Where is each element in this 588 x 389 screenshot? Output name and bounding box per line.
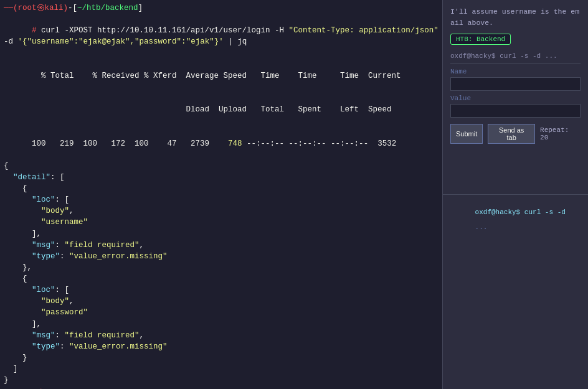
- json-arr-close-1: ]: [4, 363, 439, 375]
- right-cmd-hint: oxdf@hacky$ curl -s -d ...: [450, 52, 581, 60]
- json-type-2: "type": "value_error.missing": [4, 341, 439, 352]
- json-type-1: "type": "value_error.missing": [4, 251, 439, 262]
- json-body-2: "body",: [4, 296, 439, 307]
- json-msg-1: "msg": "field required",: [4, 240, 439, 251]
- prompt-line-1: ──(root㉿kali)-[~/htb/backend]: [4, 2, 439, 14]
- prompt-path-1: ~/htb/backend: [77, 2, 138, 14]
- repeat-label: Repeat: 20: [540, 126, 581, 141]
- json-loc-1: "loc": [: [4, 194, 439, 205]
- prompt-hash-1: #: [32, 26, 37, 35]
- htb-badge: HTB: Backend: [450, 34, 511, 45]
- right-top-section: I'll assume username is the email above.…: [443, 0, 588, 195]
- json-body-1: "body",: [4, 205, 439, 217]
- htb-badge-container: HTB: Backend: [450, 34, 581, 49]
- prompt-dashes-1: ──(: [4, 2, 18, 14]
- right-bottom-ellipsis: ...: [475, 223, 488, 231]
- stats-row-1: 100 219 100 172 100 47 2739 748 --:--:--…: [4, 126, 439, 160]
- json-obj-open-1: {: [4, 183, 439, 194]
- right-inputs: Name Value: [450, 68, 581, 121]
- json-password-1: "password": [4, 307, 439, 318]
- json-detail-1: "detail": [: [4, 172, 439, 183]
- label-name: Name: [450, 68, 581, 75]
- json-loc-close-2: ],: [4, 319, 439, 330]
- json-obj-close-1: },: [4, 262, 439, 273]
- right-buttons: Submit Send as tab Repeat: 20: [450, 124, 581, 144]
- submit-button[interactable]: Submit: [450, 124, 483, 144]
- json-close-1: }: [4, 375, 439, 386]
- right-bottom-section: oxdf@hacky$ curl -s -d ...: [443, 195, 588, 389]
- name-input[interactable]: [450, 77, 581, 91]
- json-obj-close-2: }: [4, 352, 439, 363]
- prompt-bracket-close-1: ]: [138, 2, 143, 14]
- json-loc-close-1: ],: [4, 228, 439, 240]
- send-as-tab-button[interactable]: Send as tab: [488, 124, 535, 144]
- json-username-1: "username": [4, 217, 439, 228]
- terminal-panel: ──(root㉿kali)-[~/htb/backend] # curl -XP…: [0, 0, 442, 389]
- prompt-bracket-1: -[: [68, 2, 77, 14]
- json-msg-2: "msg": "field required",: [4, 330, 439, 341]
- right-bottom-cmd: oxdf@hacky$ curl -s -d ...: [450, 201, 581, 238]
- json-loc-2: "loc": [: [4, 284, 439, 296]
- right-panel: I'll assume username is the email above.…: [442, 0, 588, 389]
- stats-header2-1: Dload Upload Total Spent Left Speed: [4, 93, 439, 126]
- prompt-user-1: root㉿kali: [18, 2, 64, 14]
- right-top-message: I'll assume username is the email above.: [450, 6, 581, 29]
- cmd-hint-text: oxdf@hacky$ curl -s -d ...: [450, 52, 557, 60]
- json-obj-open-2: {: [4, 273, 439, 284]
- right-message-text: I'll assume username is the email above.: [450, 7, 579, 27]
- right-bottom-line1: oxdf@hacky$ curl -s -d: [475, 209, 566, 216]
- json-open-1: {: [4, 161, 439, 172]
- divider-1: [450, 63, 581, 64]
- cmd-text-1: curl -XPOST http://10.10.11.161/api/v1/u…: [4, 26, 442, 46]
- value-input[interactable]: [450, 104, 581, 118]
- stats-header-1: % Total % Received % Xferd Average Speed…: [4, 59, 439, 93]
- label-value: Value: [450, 95, 581, 102]
- prompt-close-1: ): [64, 2, 69, 14]
- cmd-line-1: # curl -XPOST http://10.10.11.161/api/v1…: [4, 14, 439, 59]
